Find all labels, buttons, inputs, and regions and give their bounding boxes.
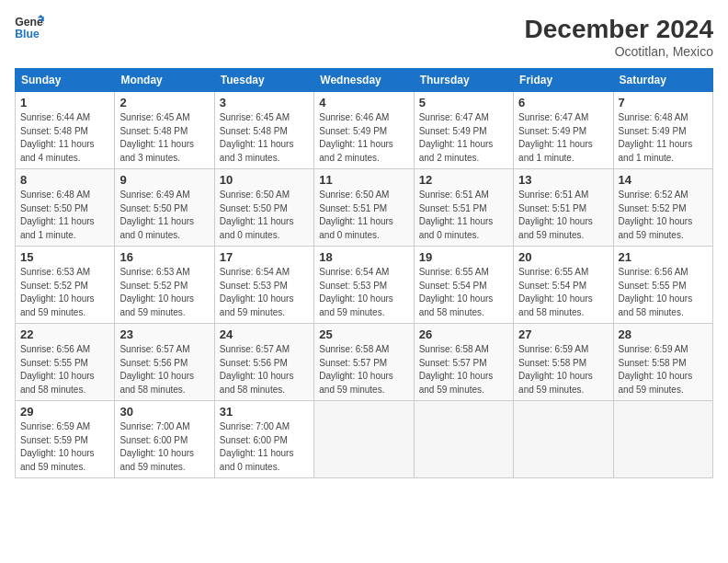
day-number: 29 [20,405,109,419]
day-number: 19 [419,250,508,264]
calendar-cell: 1Sunrise: 6:44 AMSunset: 5:48 PMDaylight… [16,92,115,169]
day-number: 23 [119,327,209,341]
day-number: 11 [319,173,408,187]
day-number: 26 [419,327,508,341]
page-header: General Blue December 2024 Ocotitlan, Me… [15,15,713,59]
calendar-cell: 13Sunrise: 6:51 AMSunset: 5:51 PMDayligh… [514,169,613,247]
day-number: 17 [220,250,309,264]
calendar-cell: 25Sunrise: 6:58 AMSunset: 5:57 PMDayligh… [314,324,414,401]
calendar-cell [613,401,712,478]
day-info: Sunrise: 7:00 AMSunset: 6:00 PMDaylight:… [119,420,209,474]
location: Ocotitlan, Mexico [525,44,713,59]
day-number: 30 [119,405,209,419]
day-info: Sunrise: 6:50 AMSunset: 5:50 PMDaylight:… [220,189,309,242]
calendar-cell: 27Sunrise: 6:59 AMSunset: 5:58 PMDayligh… [514,324,613,401]
day-info: Sunrise: 7:00 AMSunset: 6:00 PMDaylight:… [220,420,309,474]
title-block: December 2024 Ocotitlan, Mexico [525,15,713,59]
calendar-cell: 20Sunrise: 6:55 AMSunset: 5:54 PMDayligh… [514,247,613,324]
calendar-cell: 17Sunrise: 6:54 AMSunset: 5:53 PMDayligh… [214,247,313,324]
day-info: Sunrise: 6:56 AMSunset: 5:55 PMDaylight:… [619,266,708,319]
day-number: 28 [619,327,708,341]
day-info: Sunrise: 6:58 AMSunset: 5:57 PMDaylight:… [419,343,508,396]
day-number: 2 [119,96,209,109]
day-number: 8 [20,173,109,187]
day-number: 21 [619,250,708,264]
day-info: Sunrise: 6:54 AMSunset: 5:53 PMDaylight:… [220,266,309,319]
weekday-monday: Monday [115,69,214,92]
calendar-cell: 2Sunrise: 6:45 AMSunset: 5:48 PMDaylight… [115,92,214,169]
day-info: Sunrise: 6:55 AMSunset: 5:54 PMDaylight:… [518,266,608,319]
logo-icon: General Blue [15,15,44,40]
calendar-cell: 11Sunrise: 6:50 AMSunset: 5:51 PMDayligh… [314,169,414,247]
day-info: Sunrise: 6:56 AMSunset: 5:55 PMDaylight:… [20,343,109,396]
day-number: 31 [220,405,309,419]
svg-text:Blue: Blue [15,28,40,40]
weekday-tuesday: Tuesday [214,69,313,92]
calendar-cell: 18Sunrise: 6:54 AMSunset: 5:53 PMDayligh… [314,247,414,324]
calendar-cell: 29Sunrise: 6:59 AMSunset: 5:59 PMDayligh… [16,401,115,478]
week-row-1: 1Sunrise: 6:44 AMSunset: 5:48 PMDaylight… [16,92,713,169]
day-info: Sunrise: 6:45 AMSunset: 5:48 PMDaylight:… [220,111,309,165]
weekday-thursday: Thursday [414,69,513,92]
day-info: Sunrise: 6:57 AMSunset: 5:56 PMDaylight:… [220,343,309,396]
day-info: Sunrise: 6:44 AMSunset: 5:48 PMDaylight:… [20,111,109,165]
day-info: Sunrise: 6:55 AMSunset: 5:54 PMDaylight:… [419,266,508,319]
day-info: Sunrise: 6:45 AMSunset: 5:48 PMDaylight:… [119,111,209,165]
day-number: 18 [319,250,408,264]
day-number: 25 [319,327,408,341]
calendar-cell: 30Sunrise: 7:00 AMSunset: 6:00 PMDayligh… [115,401,214,478]
day-info: Sunrise: 6:54 AMSunset: 5:53 PMDaylight:… [319,266,408,319]
calendar-cell: 26Sunrise: 6:58 AMSunset: 5:57 PMDayligh… [414,324,513,401]
day-number: 3 [220,96,309,109]
day-info: Sunrise: 6:53 AMSunset: 5:52 PMDaylight:… [119,266,209,319]
calendar-cell: 10Sunrise: 6:50 AMSunset: 5:50 PMDayligh… [214,169,313,247]
calendar-cell [314,401,414,478]
day-info: Sunrise: 6:47 AMSunset: 5:49 PMDaylight:… [419,111,508,165]
day-number: 15 [20,250,109,264]
calendar-cell: 15Sunrise: 6:53 AMSunset: 5:52 PMDayligh… [16,247,115,324]
day-info: Sunrise: 6:48 AMSunset: 5:49 PMDaylight:… [619,111,708,165]
day-number: 12 [419,173,508,187]
calendar-cell: 14Sunrise: 6:52 AMSunset: 5:52 PMDayligh… [613,169,712,247]
calendar-cell: 7Sunrise: 6:48 AMSunset: 5:49 PMDaylight… [613,92,712,169]
day-info: Sunrise: 6:50 AMSunset: 5:51 PMDaylight:… [319,189,408,242]
day-info: Sunrise: 6:57 AMSunset: 5:56 PMDaylight:… [119,343,209,396]
day-number: 4 [319,96,408,109]
calendar-cell: 19Sunrise: 6:55 AMSunset: 5:54 PMDayligh… [414,247,513,324]
day-info: Sunrise: 6:59 AMSunset: 5:59 PMDaylight:… [20,420,109,474]
week-row-2: 8Sunrise: 6:48 AMSunset: 5:50 PMDaylight… [16,169,713,247]
day-number: 10 [220,173,309,187]
calendar-cell [414,401,513,478]
day-info: Sunrise: 6:52 AMSunset: 5:52 PMDaylight:… [619,189,708,242]
day-number: 14 [619,173,708,187]
week-row-4: 22Sunrise: 6:56 AMSunset: 5:55 PMDayligh… [16,324,713,401]
calendar-table: SundayMondayTuesdayWednesdayThursdayFrid… [15,68,713,478]
day-number: 1 [20,96,109,109]
day-info: Sunrise: 6:59 AMSunset: 5:58 PMDaylight:… [518,343,608,396]
weekday-friday: Friday [514,69,613,92]
calendar-cell: 28Sunrise: 6:59 AMSunset: 5:58 PMDayligh… [613,324,712,401]
calendar-cell: 3Sunrise: 6:45 AMSunset: 5:48 PMDaylight… [214,92,313,169]
month-title: December 2024 [525,15,713,44]
calendar-cell: 16Sunrise: 6:53 AMSunset: 5:52 PMDayligh… [115,247,214,324]
logo: General Blue [15,15,44,40]
day-number: 22 [20,327,109,341]
week-row-3: 15Sunrise: 6:53 AMSunset: 5:52 PMDayligh… [16,247,713,324]
calendar-cell: 12Sunrise: 6:51 AMSunset: 5:51 PMDayligh… [414,169,513,247]
day-info: Sunrise: 6:51 AMSunset: 5:51 PMDaylight:… [518,189,608,242]
calendar-cell: 4Sunrise: 6:46 AMSunset: 5:49 PMDaylight… [314,92,414,169]
day-info: Sunrise: 6:51 AMSunset: 5:51 PMDaylight:… [419,189,508,242]
day-info: Sunrise: 6:48 AMSunset: 5:50 PMDaylight:… [20,189,109,242]
day-number: 5 [419,96,508,109]
calendar-cell: 6Sunrise: 6:47 AMSunset: 5:49 PMDaylight… [514,92,613,169]
day-info: Sunrise: 6:53 AMSunset: 5:52 PMDaylight:… [20,266,109,319]
day-number: 13 [518,173,608,187]
calendar-cell: 21Sunrise: 6:56 AMSunset: 5:55 PMDayligh… [613,247,712,324]
day-number: 27 [518,327,608,341]
day-info: Sunrise: 6:49 AMSunset: 5:50 PMDaylight:… [119,189,209,242]
weekday-wednesday: Wednesday [314,69,414,92]
day-number: 20 [518,250,608,264]
day-number: 9 [119,173,209,187]
calendar-cell: 24Sunrise: 6:57 AMSunset: 5:56 PMDayligh… [214,324,313,401]
day-number: 6 [518,96,608,109]
